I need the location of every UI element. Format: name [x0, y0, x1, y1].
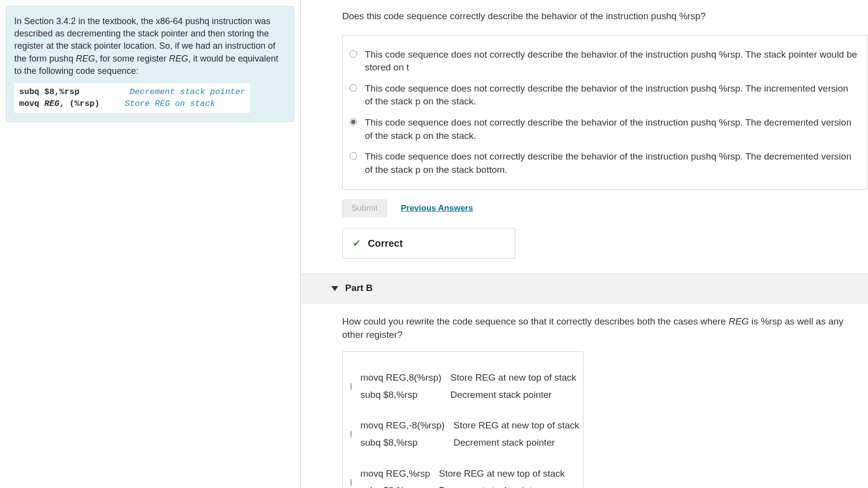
option-text: This code sequence does not correctly de… — [365, 116, 858, 142]
code-comment-1: Decrement stack pointer — [129, 87, 245, 97]
code-instr-1: subq $8,%rsp — [19, 87, 79, 97]
part-b-option-1[interactable]: movq REG,-8(%rsp)Store REG at new top of… — [351, 410, 571, 458]
radio-icon[interactable] — [350, 84, 357, 92]
previous-answers-link[interactable]: Previous Answers — [401, 202, 473, 214]
part-a-block: Does this code sequence correctly descri… — [301, 0, 868, 259]
code-comment-2: Store REG on stack — [125, 99, 215, 108]
part-a-option-0[interactable]: This code sequence does not correctly de… — [350, 44, 858, 78]
option-text: This code sequence does not correctly de… — [365, 82, 858, 108]
intro-text: In Section 3.4.2 in the textbook, the x8… — [14, 15, 286, 77]
option-text: This code sequence does not correctly de… — [365, 48, 858, 74]
part-a-prompt: Does this code sequence correctly descri… — [342, 10, 868, 23]
check-icon: ✔ — [353, 236, 361, 250]
part-b-header[interactable]: Part B — [301, 273, 868, 303]
feedback-box: ✔ Correct — [342, 228, 515, 259]
left-panel: In Section 3.4.2 in the textbook, the x8… — [0, 0, 300, 488]
option-body: movq REG,%rspStore REG at new top of sta… — [360, 465, 574, 488]
feedback-text: Correct — [368, 236, 403, 250]
option-text: This code sequence does not correctly de… — [365, 150, 858, 176]
caret-down-icon — [331, 286, 338, 291]
info-box: In Section 3.4.2 in the textbook, the x8… — [6, 6, 294, 122]
radio-icon[interactable] — [350, 152, 357, 160]
part-b-option-2[interactable]: movq REG,%rspStore REG at new top of sta… — [351, 458, 571, 488]
part-a-option-1[interactable]: This code sequence does not correctly de… — [350, 78, 858, 112]
part-a-options: This code sequence does not correctly de… — [342, 35, 868, 190]
part-b-options: movq REG,8(%rsp)Store REG at new top of … — [342, 351, 583, 488]
radio-icon[interactable] — [351, 479, 352, 486]
option-body: movq REG,8(%rsp)Store REG at new top of … — [360, 369, 585, 403]
radio-icon[interactable] — [350, 118, 357, 126]
option-body: movq REG,-8(%rsp)Store REG at new top of… — [360, 417, 588, 451]
part-b-title: Part B — [345, 282, 373, 295]
right-panel: Does this code sequence correctly descri… — [301, 0, 868, 488]
part-a-option-2[interactable]: This code sequence does not correctly de… — [350, 112, 858, 146]
part-b-option-0[interactable]: movq REG,8(%rsp)Store REG at new top of … — [351, 362, 571, 410]
submit-button[interactable]: Submit — [342, 199, 387, 217]
part-a-option-3[interactable]: This code sequence does not correctly de… — [350, 146, 858, 180]
radio-icon[interactable] — [350, 50, 357, 58]
code-block: subq $8,%rsp Decrement stack pointer mov… — [14, 83, 250, 113]
part-b-prompt: How could you rewrite the code sequence … — [301, 303, 868, 341]
action-row: Submit Previous Answers — [342, 199, 868, 217]
radio-icon[interactable] — [351, 383, 352, 390]
radio-icon[interactable] — [351, 430, 352, 438]
